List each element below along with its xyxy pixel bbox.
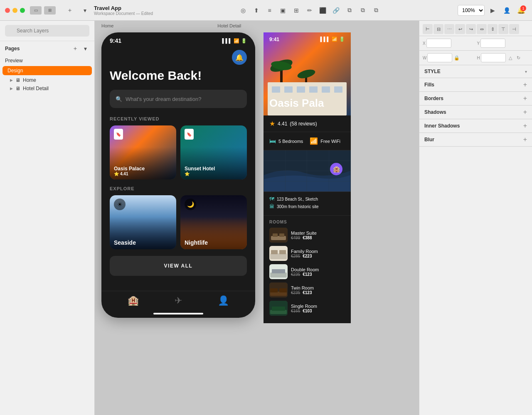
search-bar-placeholder: What's your dream destination? (126, 96, 201, 102)
nav-hotels-icon[interactable]: 🏨 (128, 295, 139, 306)
tool-inspect[interactable]: ◎ (237, 5, 249, 16)
sunset-hotel-card[interactable]: 🔖 Sunset Hotel ⭐ (180, 125, 247, 179)
home-indicator (101, 309, 255, 318)
rp-tool-rotate-right[interactable]: ↪ (466, 24, 476, 34)
add-dropdown[interactable]: ▾ (79, 5, 91, 16)
phone-home-frame: 9:41 ▌▌▌ 📶 🔋 🔔 Welcome Back! 🔍 What's yo… (101, 32, 255, 318)
bell-icon[interactable]: 🔔 (232, 50, 247, 65)
search-layers-input[interactable] (5, 25, 89, 37)
inner-shadows-header[interactable]: Inner Shadows + (419, 119, 532, 133)
borders-header[interactable]: Borders + (419, 92, 532, 105)
rp-tool-flip-v[interactable]: ⇕ (488, 24, 498, 34)
inner-shadows-add-button[interactable]: + (523, 123, 527, 129)
rp-tool-align-right[interactable]: ⊣ (509, 24, 519, 34)
fills-header[interactable]: Fills + (419, 78, 532, 91)
shadows-header[interactable]: Shadows + (419, 106, 532, 119)
room-item-twin[interactable]: Twin Room €235 €123 (269, 282, 345, 297)
distance-row: 🏛 300m from historic site (269, 204, 345, 209)
room-item-single[interactable]: Single Room €165 €103 (269, 301, 345, 316)
tool-more[interactable]: ⧉ (370, 5, 382, 16)
oasis-palace-card[interactable]: 🔖 Oasis Palace ⭐4.41 (110, 125, 176, 179)
dim-x-input[interactable] (426, 39, 451, 48)
shadows-add-button[interactable]: + (523, 109, 527, 115)
bookmark-icon: 🔖 (114, 129, 123, 140)
dim-w-input[interactable] (427, 53, 452, 62)
window-icon-1[interactable]: ▭ (30, 6, 42, 15)
room-item-double[interactable]: Double Room €235 €123 (269, 264, 345, 279)
tool-transform[interactable]: ⬛ (317, 5, 329, 16)
avatar-button[interactable]: 👤 (501, 5, 513, 16)
welcome-text: Welcome Back! (110, 68, 247, 83)
sidebar-layer-hotel[interactable]: ▶ 🖥 Hotel Detail (0, 84, 94, 93)
map-section[interactable]: 🏨 (264, 150, 351, 192)
sunset-bookmark-icon: 🔖 (185, 129, 194, 140)
address-row: 🗺 123 Beach St., Sketch (269, 196, 345, 202)
rp-tool-align-top[interactable]: ⊤ (498, 24, 508, 34)
canvas-hotel-label: Hotel Detail (217, 23, 241, 28)
shadows-section: Shadows + (419, 106, 532, 119)
close-button[interactable] (5, 8, 10, 13)
single-room-thumb (269, 301, 288, 316)
nightlife-card[interactable]: 🌙 Nightlife (180, 195, 247, 249)
rp-dimensions-2: W 🔒 H △ ↻ (419, 51, 532, 65)
blur-add-button[interactable]: + (523, 136, 527, 143)
add-button[interactable]: ＋ (64, 5, 76, 16)
traffic-lights (5, 8, 25, 13)
rp-tool-rotate-left[interactable]: ↩ (455, 24, 465, 34)
oasis-rating: ⭐4.41 (114, 172, 175, 176)
add-page-button[interactable]: ＋ (71, 44, 79, 53)
rp-tool-more[interactable]: ⋯ (444, 24, 454, 34)
view-all-button[interactable]: VIEW ALL (110, 256, 247, 276)
zoom-select[interactable]: 100% (458, 5, 485, 16)
tool-group[interactable]: ⊞ (291, 5, 302, 16)
tool-upload[interactable]: ⬆ (251, 5, 262, 16)
nav-profile-icon[interactable]: 👤 (218, 295, 229, 306)
tool-link[interactable]: 🔗 (330, 5, 342, 16)
family-room-prices: €285 €223 (291, 254, 345, 258)
maximize-button[interactable] (20, 8, 25, 13)
tool-paste[interactable]: ⧉ (357, 5, 369, 16)
rp-tool-align-center-h[interactable]: ⊟ (433, 24, 443, 34)
home-bar (153, 313, 203, 314)
dim-y-input[interactable] (480, 39, 505, 48)
rp-tool-align-left[interactable]: ⊢ (423, 24, 433, 34)
lock-icon[interactable]: 🔒 (453, 54, 461, 61)
sidebar-item-preview[interactable]: Preview (0, 56, 94, 65)
rp-tool-flip-h[interactable]: ⇔ (477, 24, 487, 34)
room-item-master[interactable]: Master Suite €499 €388 (269, 228, 345, 243)
family-room-name: Family Room (291, 249, 345, 254)
wifi-amenity-icon: 📶 (310, 137, 318, 145)
svg-rect-27 (279, 250, 286, 254)
sidebar-layer-home[interactable]: ▶ 🖥 Home (0, 76, 94, 84)
minimize-button[interactable] (12, 8, 17, 13)
fills-add-button[interactable]: + (523, 81, 527, 88)
blur-header[interactable]: Blur + (419, 133, 532, 146)
dim-h-label: H (477, 56, 480, 60)
play-button[interactable]: ▶ (487, 5, 499, 16)
hotel-detail-frame: 9:41 ▌▌▌ 📶 🔋 Oasis Pala ★ 4.41 (58 re (264, 32, 351, 323)
sidebar-item-design[interactable]: Design (2, 66, 92, 75)
pages-dropdown[interactable]: ▾ (81, 44, 89, 53)
tool-format[interactable]: ≡ (264, 5, 276, 16)
search-bar[interactable]: 🔍 What's your dream destination? (110, 90, 247, 108)
style-header[interactable]: STYLE ▾ (419, 65, 532, 78)
notification-button[interactable]: 🔔 1 (515, 5, 527, 16)
dim-w: W 🔒 (423, 53, 475, 62)
seaside-card[interactable]: ☀ Seaside (110, 195, 176, 249)
sidebar-search-area: 🔍 (0, 21, 94, 41)
tool-pen[interactable]: ✏ (304, 5, 315, 16)
tool-copy[interactable]: ⧉ (344, 5, 355, 16)
rooms-section: ROOMS Master Suite €499 €388 (264, 216, 351, 323)
svg-rect-23 (279, 233, 284, 237)
nav-flights-icon[interactable]: ✈ (175, 295, 182, 306)
svg-rect-22 (273, 233, 278, 237)
tool-crop[interactable]: ▣ (277, 5, 289, 16)
dim-y-label: Y (477, 41, 480, 46)
rating-value: 4.41 (278, 121, 287, 127)
dim-h-input[interactable] (481, 53, 506, 62)
window-icon-2[interactable]: ⊞ (44, 6, 56, 15)
borders-add-button[interactable]: + (523, 95, 527, 102)
double-new-price: €123 (303, 272, 312, 277)
borders-label: Borders (424, 96, 443, 101)
room-item-family[interactable]: Family Room €285 €223 (269, 246, 345, 261)
